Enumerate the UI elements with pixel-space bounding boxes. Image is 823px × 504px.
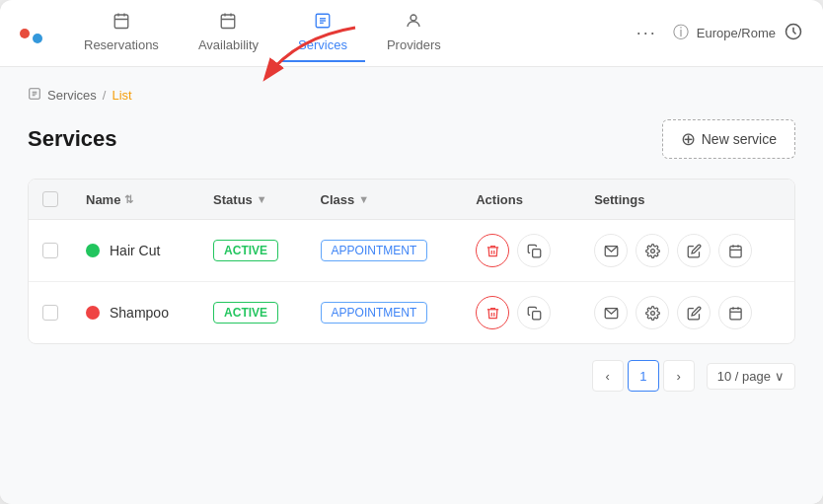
breadcrumb-icon	[28, 87, 41, 104]
svg-rect-19	[532, 249, 540, 256]
row2-calendar-button[interactable]	[718, 296, 752, 329]
status-filter-icon[interactable]: ▼	[257, 193, 267, 205]
nav-label-providers: Providers	[387, 37, 441, 52]
row2-settings-cell	[580, 282, 794, 344]
nav-item-services[interactable]: Services	[280, 4, 365, 62]
nav-item-providers[interactable]: Providers	[369, 4, 459, 62]
svg-rect-29	[730, 308, 741, 319]
new-service-button[interactable]: ⊕ New service	[662, 119, 795, 159]
breadcrumb-separator: /	[103, 88, 107, 103]
row1-delete-button[interactable]	[476, 234, 509, 267]
col-status: Status ▼	[199, 180, 306, 220]
timezone-label: Europe/Rome	[697, 26, 776, 40]
row2-class-cell: APPOINTMENT	[307, 282, 463, 344]
nav-label-reservations: Reservations	[84, 37, 159, 52]
services-table: Name ⇅ Status ▼	[29, 180, 794, 343]
top-nav: Reservations Availability Services	[0, 0, 823, 67]
app-logo	[20, 24, 42, 43]
row1-calendar-button[interactable]	[718, 234, 752, 267]
table-row: Shampoo ACTIVE APPOINTMENT	[29, 282, 794, 344]
page-title: Services	[28, 126, 117, 152]
page-size-label: 10 / page	[717, 369, 771, 384]
row2-name: Shampoo	[110, 305, 169, 321]
row1-name: Hair Cut	[110, 243, 160, 258]
nav-item-availability[interactable]: Availability	[181, 4, 276, 62]
row1-status-badge: ACTIVE	[213, 240, 278, 261]
row2-actions-cell	[462, 282, 580, 344]
page-size-selector[interactable]: 10 / page ∨	[707, 363, 795, 390]
nav-item-reservations[interactable]: Reservations	[66, 4, 177, 62]
row1-mail-button[interactable]	[594, 234, 628, 267]
name-sort-icon[interactable]: ⇅	[124, 193, 133, 206]
prev-page-button[interactable]: ‹	[592, 360, 624, 392]
row2-status-cell: ACTIVE	[199, 282, 306, 344]
col-settings: Settings	[580, 180, 794, 220]
main-content: Services / List Services ⊕ New service	[0, 67, 823, 504]
services-table-container: Name ⇅ Status ▼	[28, 179, 795, 344]
row1-name-cell: Hair Cut	[72, 220, 199, 282]
row1-class-cell: APPOINTMENT	[307, 220, 463, 282]
breadcrumb: Services / List	[28, 87, 795, 104]
col-status-label: Status	[213, 192, 253, 207]
col-actions-label: Actions	[476, 192, 523, 207]
row2-dot	[86, 306, 100, 320]
nav-more-button[interactable]: ···	[625, 15, 669, 51]
col-name: Name ⇅	[72, 180, 199, 220]
col-class-label: Class	[321, 192, 355, 207]
row2-check-cell	[29, 282, 72, 344]
page-header: Services ⊕ New service	[28, 119, 795, 159]
col-actions: Actions	[462, 180, 580, 220]
row2-status-badge: ACTIVE	[213, 302, 278, 324]
table-row: Hair Cut ACTIVE APPOINTMENT	[29, 220, 794, 282]
row1-status-cell: ACTIVE	[199, 220, 306, 282]
svg-rect-0	[114, 15, 128, 29]
row1-copy-button[interactable]	[517, 234, 551, 267]
reservations-icon	[112, 12, 130, 34]
current-page-button[interactable]: 1	[628, 360, 659, 392]
svg-point-21	[650, 249, 654, 252]
row1-edit-button[interactable]	[677, 234, 711, 267]
services-icon	[314, 12, 332, 34]
breadcrumb-current: List	[112, 88, 131, 103]
row1-gear-button[interactable]	[636, 234, 669, 267]
table-header-row: Name ⇅ Status ▼	[29, 180, 794, 220]
breadcrumb-parent: Services	[47, 88, 97, 103]
new-service-label: New service	[702, 131, 777, 147]
row2-name-cell: Shampoo	[72, 282, 199, 344]
class-filter-icon[interactable]: ▼	[358, 193, 369, 205]
row1-checkbox[interactable]	[42, 243, 58, 258]
row1-class-badge: APPOINTMENT	[321, 240, 428, 261]
svg-rect-22	[730, 246, 741, 256]
select-all-column	[29, 180, 72, 220]
col-settings-label: Settings	[594, 192, 644, 207]
row2-gear-button[interactable]	[636, 296, 669, 329]
col-name-label: Name	[86, 192, 120, 207]
row1-settings-cell	[580, 220, 794, 282]
row2-copy-button[interactable]	[517, 296, 551, 329]
nav-right: ⓘ Europe/Rome	[673, 22, 803, 44]
svg-rect-26	[532, 311, 540, 319]
plus-icon: ⊕	[681, 128, 696, 150]
row2-checkbox[interactable]	[42, 305, 58, 321]
row2-delete-button[interactable]	[476, 296, 509, 329]
clock-icon	[784, 22, 803, 44]
nav-items: Reservations Availability Services	[66, 4, 621, 62]
nav-label-services: Services	[298, 37, 347, 52]
row2-edit-button[interactable]	[677, 296, 711, 329]
next-page-button[interactable]: ›	[663, 360, 695, 392]
col-class: Class ▼	[307, 180, 463, 220]
svg-point-12	[411, 15, 416, 21]
row1-actions-cell	[462, 220, 580, 282]
providers-icon	[405, 12, 422, 34]
row2-mail-button[interactable]	[594, 296, 628, 329]
chevron-down-icon: ∨	[775, 369, 785, 384]
svg-rect-4	[222, 15, 236, 29]
row1-dot	[86, 244, 100, 257]
row1-check-cell	[29, 220, 72, 282]
availability-icon	[219, 12, 237, 34]
nav-label-availability: Availability	[198, 37, 259, 52]
select-all-checkbox[interactable]	[42, 191, 58, 207]
svg-point-28	[650, 311, 654, 315]
info-icon: ⓘ	[673, 23, 689, 43]
row2-class-badge: APPOINTMENT	[321, 302, 428, 324]
